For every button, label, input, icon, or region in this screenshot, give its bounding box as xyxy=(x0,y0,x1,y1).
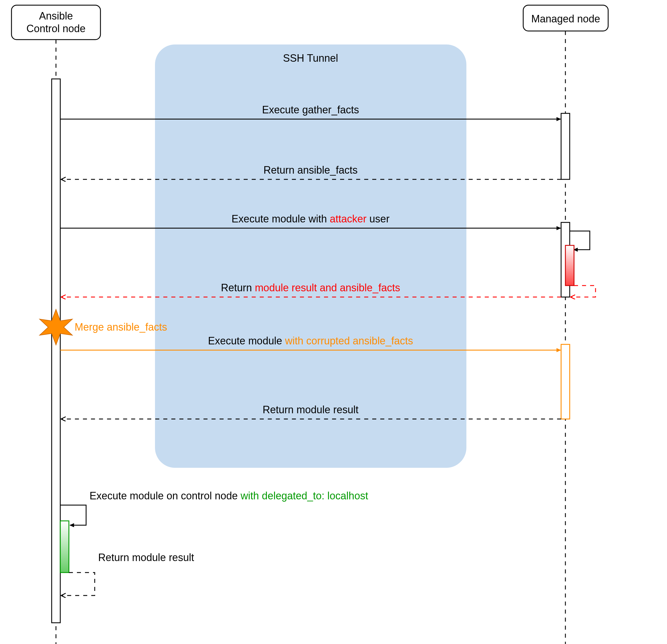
participant-control: Ansible Control node xyxy=(12,5,100,39)
msg3-prefix: Execute module with xyxy=(232,213,330,225)
merge-label: Merge ansible_facts xyxy=(75,321,167,333)
participant-control-line1: Ansible xyxy=(39,10,73,22)
msg4-prefix: Return xyxy=(221,282,255,294)
msg3-suffix: user xyxy=(367,213,389,225)
msg5-prefix: Execute module xyxy=(208,335,285,347)
merge-star-icon xyxy=(39,309,72,345)
activation-managed-1 xyxy=(561,113,570,179)
participant-managed-label: Managed node xyxy=(531,13,600,25)
msg7-prefix: Execute module on control node xyxy=(90,490,241,502)
msg5-label: Execute module with corrupted ansible_fa… xyxy=(208,335,413,347)
ssh-tunnel-label: SSH Tunnel xyxy=(283,52,338,64)
msg8-label: Return module result xyxy=(98,551,194,563)
msg3-label: Execute module with attacker user xyxy=(232,213,389,225)
activation-managed-red xyxy=(565,245,574,285)
managed-self-return xyxy=(571,285,596,297)
activation-managed-orange xyxy=(561,344,570,419)
sequence-diagram: SSH Tunnel Ansible Control node Managed … xyxy=(0,0,667,644)
activation-control-green xyxy=(60,521,69,573)
msg4-label: Return module result and ansible_facts xyxy=(221,282,400,294)
msg5-orange: with corrupted ansible_facts xyxy=(285,335,413,347)
control-self-return xyxy=(61,573,95,595)
msg2-label: Return ansible_facts xyxy=(263,164,358,176)
activation-control-main xyxy=(52,79,60,623)
msg7-label: Execute module on control node with dele… xyxy=(90,490,368,502)
participant-managed: Managed node xyxy=(523,5,608,31)
msg3-attacker: attacker xyxy=(330,213,367,225)
msg4-red: module result and ansible_facts xyxy=(255,282,400,294)
msg7-green: with delegated_to: localhost xyxy=(240,490,368,502)
participant-control-line2: Control node xyxy=(27,23,85,34)
msg6-label: Return module result xyxy=(263,404,358,416)
msg1-label: Execute gather_facts xyxy=(262,104,359,116)
